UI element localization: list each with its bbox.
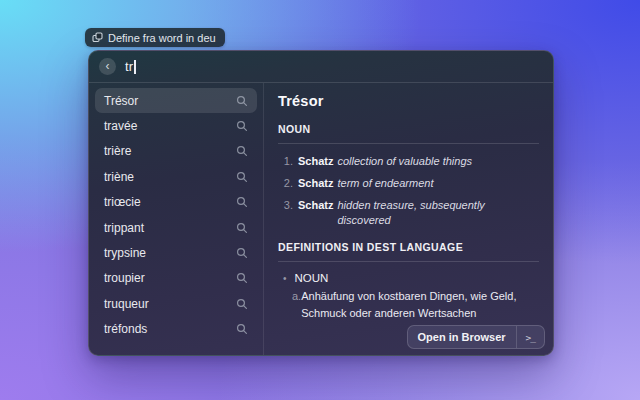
open-in-browser-button[interactable]: Open in Browser >_ bbox=[407, 325, 545, 349]
search-bar: ‹ tr bbox=[89, 51, 553, 83]
word-label: triœcie bbox=[104, 195, 141, 209]
list-item-trefonds[interactable]: tréfonds bbox=[95, 317, 257, 342]
list-item-tresor[interactable]: Trésor bbox=[95, 88, 257, 113]
search-icon bbox=[236, 272, 248, 284]
list-item-triene[interactable]: triène bbox=[95, 164, 257, 189]
list-item-travee[interactable]: travée bbox=[95, 113, 257, 138]
command-badge[interactable]: Define fra word in deu bbox=[85, 28, 225, 47]
list-item-truqueur[interactable]: truqueur bbox=[95, 291, 257, 316]
back-icon: ‹ bbox=[106, 60, 110, 72]
definition-item: 2. Schatz term of endearment bbox=[278, 176, 539, 191]
definition-term: Schatz bbox=[298, 176, 333, 191]
badge-label: Define fra word in deu bbox=[108, 32, 216, 44]
back-button[interactable]: ‹ bbox=[99, 58, 116, 75]
definition-number: 3. bbox=[278, 198, 293, 213]
word-label: troupier bbox=[104, 271, 145, 285]
search-icon bbox=[236, 323, 248, 335]
search-icon bbox=[236, 298, 248, 310]
search-icon bbox=[236, 95, 248, 107]
list-item-trypsine[interactable]: trypsine bbox=[95, 240, 257, 265]
open-in-browser-label: Open in Browser bbox=[408, 331, 516, 343]
list-item-triere[interactable]: trière bbox=[95, 139, 257, 164]
word-label: trypsine bbox=[104, 246, 146, 260]
definition-number: 1. bbox=[278, 154, 293, 169]
word-label: Trésor bbox=[104, 94, 138, 108]
dest-definition-item: a. Anhäufung von kostbaren Dingen, wie G… bbox=[278, 288, 539, 321]
definition-text: collection of valuable things bbox=[337, 154, 472, 169]
list-item-trioecie[interactable]: triœcie bbox=[95, 190, 257, 215]
dest-section-header: DEFINITIONS IN DEST LANGUAGE bbox=[278, 241, 539, 253]
search-icon bbox=[236, 247, 248, 259]
definition-term: Schatz bbox=[298, 154, 333, 169]
detail-panel: Trésor NOUN 1. Schatz collection of valu… bbox=[264, 83, 553, 356]
dest-definition-prefix: a. bbox=[292, 288, 301, 305]
extension-icon bbox=[92, 32, 103, 43]
page-title: Trésor bbox=[278, 93, 539, 109]
section-divider bbox=[278, 143, 539, 144]
word-label: trière bbox=[104, 144, 131, 158]
search-icon bbox=[236, 171, 248, 183]
definition-text: hidden treasure, subsequently discovered bbox=[337, 198, 539, 228]
search-icon bbox=[236, 196, 248, 208]
definition-term: Schatz bbox=[298, 198, 333, 213]
dest-pos-label: NOUN bbox=[295, 272, 329, 284]
word-label: triène bbox=[104, 170, 134, 184]
enter-key-icon: >_ bbox=[517, 332, 544, 343]
search-icon bbox=[236, 120, 248, 132]
definition-item: 3. Schatz hidden treasure, subsequently … bbox=[278, 198, 539, 228]
definition-text: term of endearment bbox=[337, 176, 433, 191]
section-divider bbox=[278, 261, 539, 262]
word-label: tréfonds bbox=[104, 322, 147, 336]
dest-pos-row: • NOUN bbox=[278, 272, 539, 284]
bullet-icon: • bbox=[283, 273, 287, 284]
text-cursor bbox=[134, 60, 136, 74]
dest-definition-text: Anhäufung von kostbaren Dingen, wie Geld… bbox=[301, 288, 539, 321]
word-label: travée bbox=[104, 119, 137, 133]
word-label: truqueur bbox=[104, 297, 149, 311]
search-icon bbox=[236, 145, 248, 157]
search-icon bbox=[236, 222, 248, 234]
definition-number: 2. bbox=[278, 176, 293, 191]
list-item-trippant[interactable]: trippant bbox=[95, 215, 257, 240]
definition-item: 1. Schatz collection of valuable things bbox=[278, 154, 539, 169]
list-item-troupier[interactable]: troupier bbox=[95, 266, 257, 291]
pos-section-header: NOUN bbox=[278, 123, 539, 135]
word-label: trippant bbox=[104, 221, 144, 235]
search-input[interactable]: tr bbox=[125, 59, 133, 74]
word-list: Trésor travée trière triène triœcie trip… bbox=[89, 83, 264, 356]
dictionary-window: ‹ tr Trésor travée trière triène tr bbox=[88, 50, 554, 356]
